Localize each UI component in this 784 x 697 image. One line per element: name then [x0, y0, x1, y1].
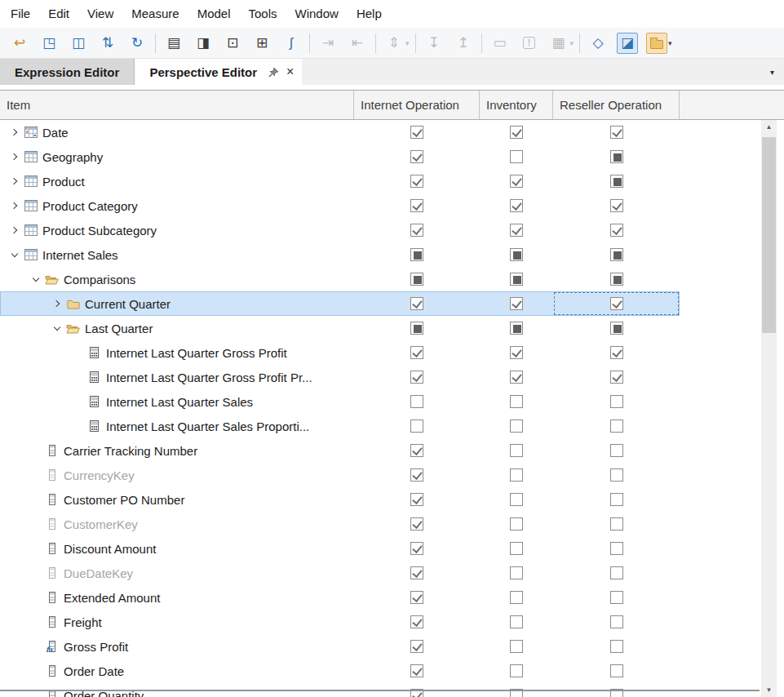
grid-row[interactable]: Internet Last Quarter Sales — [0, 389, 680, 414]
checkbox-mixed[interactable] — [510, 273, 523, 286]
sort-order-button-dropdown-chevron-icon[interactable]: ▾ — [405, 39, 410, 47]
checkbox-checked[interactable] — [510, 371, 523, 384]
checkbox-checked[interactable] — [510, 199, 523, 212]
expander-expanded-icon[interactable] — [7, 242, 23, 267]
grid-row[interactable]: Geography — [0, 144, 680, 169]
checkbox-checked[interactable] — [510, 175, 523, 188]
expander-expanded-icon[interactable] — [49, 316, 65, 340]
checkbox-checked[interactable] — [610, 297, 623, 310]
checkbox-unchecked[interactable] — [610, 591, 623, 604]
checkbox-unchecked[interactable] — [510, 664, 523, 677]
checkbox-unchecked[interactable] — [610, 493, 623, 506]
checkbox-unchecked[interactable] — [610, 615, 623, 628]
checkbox-unchecked[interactable] — [610, 420, 623, 433]
column-header-reseller-operation[interactable]: Reseller Operation — [553, 91, 680, 119]
checkbox-unchecked[interactable] — [410, 395, 423, 408]
show-folders-toggle-dropdown-chevron-icon[interactable]: ▾ — [668, 39, 672, 47]
grid-row[interactable]: CustomerKey — [0, 512, 680, 536]
checkbox-checked[interactable] — [410, 517, 423, 531]
grid-row[interactable]: Discount Amount — [0, 536, 680, 561]
expander-collapsed-icon[interactable] — [7, 120, 23, 144]
checkbox-checked[interactable] — [410, 175, 423, 188]
checkbox-mixed[interactable] — [610, 175, 623, 188]
checkbox-checked[interactable] — [410, 150, 423, 163]
deploy-button[interactable]: ◳ — [38, 33, 60, 54]
checkbox-mixed[interactable] — [510, 248, 523, 261]
display-folder-button-dropdown-chevron-icon[interactable]: ▾ — [570, 39, 574, 47]
checkbox-checked[interactable] — [410, 591, 423, 604]
checkbox-unchecked[interactable] — [610, 640, 623, 653]
checkbox-checked[interactable] — [410, 542, 423, 555]
move-down-button[interactable]: ↧ — [423, 33, 445, 54]
checkbox-unchecked[interactable] — [510, 542, 523, 555]
checkbox-unchecked[interactable] — [510, 150, 523, 163]
checkbox-checked[interactable] — [410, 468, 423, 482]
checkbox-mixed[interactable] — [610, 322, 623, 335]
checkbox-checked[interactable] — [410, 371, 423, 384]
checkbox-mixed[interactable] — [410, 322, 423, 335]
menu-model[interactable]: Model — [188, 0, 240, 28]
expander-expanded-icon[interactable] — [28, 267, 44, 291]
indent-button[interactable]: ⇥ — [317, 33, 339, 54]
checkbox-unchecked[interactable] — [610, 566, 623, 579]
grid-row[interactable]: Current Quarter — [0, 291, 680, 316]
grid-row[interactable]: Date — [0, 120, 680, 144]
checkbox-checked[interactable] — [610, 199, 623, 212]
scrollbar-track[interactable] — [761, 134, 777, 683]
checkbox-mixed[interactable] — [610, 273, 623, 286]
grid-row[interactable]: CurrencyKey — [0, 463, 680, 487]
menu-file[interactable]: File — [2, 0, 39, 28]
grid-row[interactable]: Internet Last Quarter Gross Profit Pr... — [0, 365, 680, 389]
expander-collapsed-icon[interactable] — [49, 291, 65, 316]
manage-perspectives-button[interactable]: ◇ — [587, 33, 609, 54]
pin-icon[interactable] — [268, 67, 279, 78]
checkbox-checked[interactable] — [410, 346, 423, 359]
checkbox-mixed[interactable] — [610, 248, 623, 261]
expander-collapsed-icon[interactable] — [7, 218, 23, 242]
grid-row[interactable]: Comparisons — [0, 267, 680, 291]
checkbox-checked[interactable] — [410, 615, 423, 628]
checkbox-checked[interactable] — [410, 444, 423, 457]
checkbox-checked[interactable] — [410, 566, 423, 579]
grid-row[interactable]: Extended Amount — [0, 585, 680, 610]
checkbox-unchecked[interactable] — [510, 493, 523, 506]
checkbox-checked[interactable] — [610, 371, 623, 384]
checkbox-checked[interactable] — [410, 199, 423, 212]
grid-row[interactable]: Carrier Tracking Number — [0, 438, 680, 463]
vertical-scrollbar[interactable]: ▲ ▼ — [761, 120, 777, 697]
script-editor-button[interactable]: ◨ — [193, 33, 214, 54]
menu-window[interactable]: Window — [286, 0, 348, 28]
checkbox-mixed[interactable] — [610, 150, 623, 163]
show-warnings-button[interactable]: ! — [519, 33, 540, 54]
grid-row[interactable]: Last Quarter — [0, 316, 680, 340]
checkbox-unchecked[interactable] — [410, 420, 423, 433]
grid-row[interactable]: Product — [0, 169, 680, 193]
checkbox-checked[interactable] — [410, 297, 423, 310]
process-button[interactable]: ◫ — [68, 33, 89, 54]
checkbox-checked[interactable] — [410, 640, 423, 653]
checkbox-unchecked[interactable] — [510, 420, 523, 433]
column-header-internet-operation[interactable]: Internet Operation — [354, 91, 480, 119]
menu-view[interactable]: View — [78, 0, 122, 28]
grid-row[interactable]: Product Category — [0, 193, 680, 218]
grid-row[interactable]: Internet Sales — [0, 242, 680, 267]
checkbox-checked[interactable] — [610, 224, 623, 237]
scrollbar-thumb[interactable] — [762, 137, 776, 333]
checkbox-checked[interactable] — [410, 126, 423, 139]
checkbox-unchecked[interactable] — [510, 517, 523, 531]
checkbox-unchecked[interactable] — [510, 615, 523, 628]
grid-row[interactable]: Internet Last Quarter Sales Proporti... — [0, 414, 680, 438]
sort-order-button[interactable]: ⇕ — [383, 33, 405, 54]
checkbox-unchecked[interactable] — [610, 468, 623, 482]
checkbox-unchecked[interactable] — [610, 444, 623, 457]
refresh-button[interactable]: ↻ — [126, 33, 148, 54]
grid-row[interactable]: Internet Last Quarter Gross Profit — [0, 340, 680, 365]
checkbox-checked[interactable] — [610, 126, 623, 139]
checkbox-checked[interactable] — [510, 346, 523, 359]
checkbox-unchecked[interactable] — [510, 395, 523, 408]
format-dax-button[interactable]: ʃ — [281, 33, 302, 54]
grid-row[interactable]: Customer PO Number — [0, 487, 680, 512]
checkbox-checked[interactable] — [410, 664, 423, 677]
checkbox-unchecked[interactable] — [510, 591, 523, 604]
grid-row[interactable]: Order Date — [0, 659, 680, 683]
